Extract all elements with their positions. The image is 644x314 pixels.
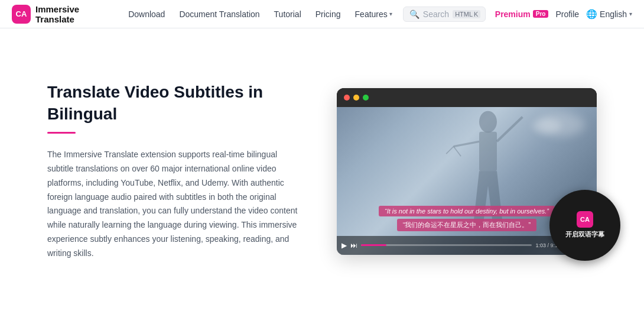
- language-label: English: [600, 9, 627, 19]
- subtitle-english: “It is not in the stars to hold our dest…: [379, 206, 555, 216]
- hero-section: Translate Video Subtitles in Bilingual T…: [47, 82, 301, 260]
- hero-underline: [47, 132, 76, 134]
- video-container: “It is not in the stars to hold our dest…: [337, 88, 609, 255]
- bilingual-label: 开启双语字幕: [565, 230, 604, 238]
- language-selector[interactable]: 🌐 English ▾: [586, 9, 632, 20]
- premium-label: Premium: [495, 9, 531, 19]
- bilingual-button[interactable]: CA 开启双语字幕: [549, 190, 620, 261]
- window-close-dot[interactable]: [344, 95, 350, 101]
- next-button[interactable]: ⏭: [350, 241, 357, 250]
- svg-line-4: [446, 146, 454, 154]
- nav-links: Download Document Translation Tutorial P…: [122, 6, 398, 22]
- logo[interactable]: CA Immersive Translate: [12, 4, 108, 24]
- svg-line-3: [454, 141, 479, 146]
- search-bar[interactable]: 🔍 Search HTML K: [403, 7, 486, 22]
- progress-fill: [361, 244, 386, 246]
- play-button[interactable]: ▶: [341, 241, 347, 250]
- svg-line-5: [454, 146, 461, 156]
- subtitle-chinese: “我们的命运不在星辰之中，而在我们自己。”: [397, 219, 536, 231]
- language-icon: 🌐: [586, 9, 597, 20]
- pro-badge: Pro: [533, 10, 549, 18]
- logo-icon: CA: [12, 5, 31, 24]
- navbar: CA Immersive Translate Download Document…: [0, 0, 644, 28]
- nav-download[interactable]: Download: [122, 6, 171, 22]
- svg-point-0: [479, 111, 497, 132]
- nav-right: Premium Pro Profile 🌐 English ▾: [495, 9, 632, 20]
- statue-image: [435, 107, 541, 255]
- progress-bar[interactable]: [361, 244, 532, 246]
- chevron-down-icon: ▾: [389, 11, 392, 17]
- lang-chevron-icon: ▾: [629, 11, 632, 17]
- nav-features[interactable]: Features ▾: [349, 6, 398, 22]
- svg-rect-1: [479, 131, 497, 171]
- nav-tutorial[interactable]: Tutorial: [268, 6, 307, 22]
- main-content: Translate Video Subtitles in Bilingual T…: [0, 28, 644, 314]
- browser-bar: [337, 88, 597, 107]
- nav-pricing[interactable]: Pricing: [310, 6, 347, 22]
- premium-badge[interactable]: Premium Pro: [495, 9, 549, 19]
- hero-title: Translate Video Subtitles in Bilingual: [47, 82, 301, 125]
- window-minimize-dot[interactable]: [353, 95, 359, 101]
- search-icon: 🔍: [409, 9, 419, 19]
- logo-text: Immersive Translate: [35, 4, 108, 24]
- bilingual-logo-icon: CA: [577, 211, 593, 228]
- svg-line-2: [497, 116, 522, 141]
- search-shortcut: HTML K: [453, 10, 480, 18]
- nav-document-translation[interactable]: Document Translation: [173, 6, 265, 22]
- search-placeholder: Search: [423, 9, 449, 19]
- hero-description: The Immersive Translate extension suppor…: [47, 148, 301, 260]
- window-expand-dot[interactable]: [363, 95, 369, 101]
- profile-link[interactable]: Profile: [555, 9, 579, 19]
